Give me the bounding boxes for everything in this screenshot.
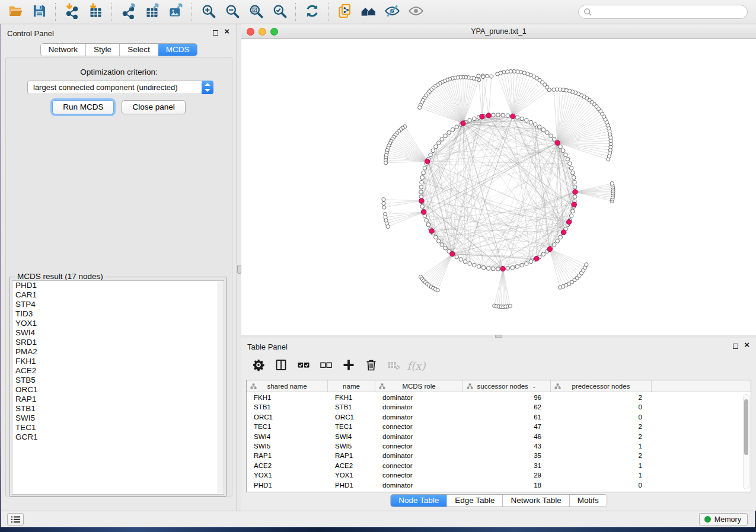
export-network-icon — [120, 3, 136, 21]
table-cell: RAP1 — [335, 451, 374, 460]
toolbar-separator — [295, 3, 296, 21]
column-header-predecessor-nodes[interactable]: predecessor nodes — [551, 380, 652, 392]
export-image-button[interactable] — [164, 1, 187, 23]
refresh-view-icon — [304, 3, 320, 21]
table-scrollbar[interactable] — [743, 394, 749, 489]
memory-label: Memory — [714, 515, 741, 524]
run-mcds-button[interactable]: Run MCDS — [52, 100, 114, 114]
table-cell: SWI4 — [254, 432, 327, 441]
toolbar-separator — [192, 3, 192, 21]
table-cell: dominator — [382, 451, 462, 460]
duplicate-network-button[interactable] — [333, 1, 356, 23]
result-list-item[interactable]: GCR1 — [12, 432, 224, 442]
control-panel-close-icon[interactable]: × — [224, 26, 229, 36]
mcds-result-list[interactable]: PHD1CAR1STP4TID3YOX1SWI4SRD1PMA2FKH1ACE2… — [12, 280, 224, 495]
result-list-item[interactable]: STP4 — [12, 300, 224, 309]
result-list-item[interactable]: YOX1 — [12, 319, 224, 328]
save-session-button[interactable] — [27, 1, 51, 23]
tab-network-table[interactable]: Network Table — [503, 495, 569, 507]
optimization-criterion-label: Optimization criterion: — [6, 68, 232, 76]
show-all-button[interactable] — [404, 1, 428, 23]
import-network-button[interactable] — [60, 1, 84, 23]
delete-columns-button[interactable] — [360, 355, 382, 376]
select-all-button[interactable] — [292, 355, 315, 376]
show-columns-button[interactable] — [270, 355, 292, 376]
control-panel-float-icon[interactable] — [213, 30, 218, 36]
settings-button[interactable] — [247, 355, 270, 376]
toolbar-separator — [111, 3, 112, 21]
result-list-item[interactable]: SWI4 — [12, 328, 224, 338]
export-network-button[interactable] — [116, 1, 140, 23]
tab-network[interactable]: Network — [41, 44, 86, 56]
zoom-selected-button[interactable] — [267, 1, 291, 23]
table-scrollbar-thumb[interactable] — [744, 399, 748, 455]
tab-node-table[interactable]: Node Table — [391, 495, 446, 507]
result-list-item[interactable]: ACE2 — [12, 366, 224, 376]
result-list-scrollbar[interactable] — [218, 281, 223, 493]
column-header-shared-name[interactable]: shared name — [247, 380, 328, 392]
table-cell: 2 — [551, 422, 642, 431]
refresh-view-button[interactable] — [300, 1, 324, 23]
result-list-item[interactable]: PHD1 — [12, 281, 224, 290]
leaf-nodes[interactable] — [382, 69, 615, 309]
result-list-item[interactable]: RAP1 — [12, 395, 224, 404]
column-header-MCDS-role[interactable]: MCDS role — [375, 380, 463, 392]
table-panel-float-icon[interactable] — [733, 344, 738, 349]
desktop-wallpaper-strip — [0, 527, 756, 532]
result-list-item[interactable]: SWI5 — [12, 414, 224, 423]
result-list-item[interactable]: TID3 — [12, 309, 224, 319]
result-list-item[interactable]: STB1 — [12, 404, 224, 414]
vertical-splitter[interactable] — [237, 24, 241, 511]
tab-edge-table[interactable]: Edge Table — [446, 495, 502, 507]
hide-selected-button[interactable] — [380, 1, 404, 23]
table-row[interactable]: SWI5SWI5connector431 — [247, 441, 751, 451]
network-canvas[interactable] — [241, 39, 756, 335]
memory-button[interactable]: Memory — [699, 513, 748, 525]
tab-motifs[interactable]: Motifs — [569, 495, 607, 507]
table-row[interactable]: ORC1ORC1dominator610 — [247, 412, 751, 422]
zoom-fit-button[interactable] — [244, 1, 267, 23]
table-row[interactable]: TEC1TEC1connector472 — [247, 422, 751, 431]
control-panel-title: Control Panel — [7, 29, 54, 38]
close-panel-button[interactable]: Close panel — [122, 100, 185, 114]
export-table-button[interactable] — [140, 1, 164, 23]
open-file-button[interactable] — [4, 1, 27, 23]
result-list-item[interactable]: ORC1 — [12, 385, 224, 395]
table-panel-close-icon[interactable]: × — [744, 339, 749, 350]
table-row[interactable]: STB1STB1dominator620 — [247, 402, 751, 412]
create-column-button[interactable] — [337, 355, 360, 376]
result-list-item[interactable]: TEC1 — [12, 423, 224, 432]
delete-columns-icon — [364, 358, 378, 374]
table-row[interactable]: SWI4SWI4dominator462 — [247, 432, 751, 441]
first-neighbors-button[interactable] — [356, 1, 380, 23]
import-table-button[interactable] — [84, 1, 107, 23]
zoom-in-button[interactable] — [196, 1, 220, 23]
result-list-item[interactable]: CAR1 — [12, 290, 224, 300]
table-row[interactable]: YOX1YOX1connector291 — [247, 470, 751, 480]
import-table-icon — [88, 3, 104, 21]
zoom-out-button[interactable] — [220, 1, 244, 23]
result-list-item[interactable]: SRD1 — [12, 338, 224, 347]
tab-select[interactable]: Select — [119, 44, 158, 56]
table-row[interactable]: PHD1PHD1dominator180 — [247, 480, 751, 490]
table-row[interactable]: FKH1FKH1dominator962 — [247, 393, 751, 402]
search-input[interactable] — [578, 5, 748, 19]
column-header-successor-nodes[interactable]: successor nodes⌄ — [463, 380, 551, 392]
control-panel-tabs: NetworkStyleSelectMCDS — [40, 43, 198, 56]
result-list-item[interactable]: FKH1 — [12, 357, 224, 366]
tab-mcds[interactable]: MCDS — [158, 44, 197, 56]
result-list-item[interactable]: PMA2 — [12, 347, 224, 357]
table-cell: 1 — [551, 461, 642, 470]
unselect-all-button[interactable] — [315, 355, 337, 376]
table-cell: dominator — [382, 402, 462, 412]
table-cell: ORC1 — [254, 412, 327, 422]
table-row[interactable]: RAP1RAP1dominator352 — [247, 451, 751, 460]
result-list-item[interactable]: STB5 — [12, 376, 224, 385]
table-cell: 0 — [551, 412, 642, 422]
vertical-splitter-handle[interactable] — [237, 265, 241, 274]
table-row[interactable]: ACE2ACE2connector311 — [247, 461, 751, 470]
task-history-button[interactable] — [7, 513, 24, 525]
tab-style[interactable]: Style — [85, 44, 119, 56]
column-header-name[interactable]: name — [328, 380, 375, 392]
criterion-dropdown[interactable]: largest connected component (undirected) — [27, 81, 213, 94]
